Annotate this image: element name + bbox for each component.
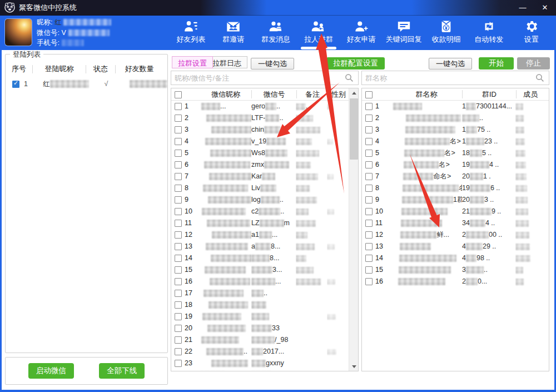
row-checkbox[interactable] [365, 150, 373, 157]
group-row[interactable]: 3175 .. [362, 124, 549, 136]
row-checkbox[interactable] [365, 161, 373, 168]
row-checkbox[interactable] [365, 266, 373, 274]
row-checkbox[interactable] [365, 243, 373, 250]
pull-group-config-button[interactable]: 拉群配置设置 [326, 57, 385, 70]
contact-row[interactable]: 148... [171, 252, 358, 264]
row-checkbox[interactable] [175, 255, 182, 262]
row-checkbox[interactable] [365, 103, 373, 110]
row-checkbox[interactable] [175, 103, 182, 110]
row-checkbox[interactable] [365, 185, 373, 192]
group-search-input[interactable] [362, 74, 535, 82]
group-row[interactable]: 2.. [362, 112, 549, 124]
scroll-up-arrow[interactable] [349, 88, 359, 97]
offline-all-button[interactable]: 全部下线 [99, 363, 145, 379]
row-checkbox[interactable] [175, 348, 182, 355]
contact-row[interactable]: 18 [171, 299, 358, 311]
group-row[interactable]: 14498 .. [362, 252, 549, 264]
vertical-scrollbar[interactable] [349, 88, 358, 371]
select-all-contacts-button[interactable]: 一键勾选 [251, 58, 294, 70]
group-row[interactable]: 4名>123 .. [362, 136, 549, 147]
row-checkbox[interactable] [175, 301, 182, 309]
contact-row[interactable]: 19 [171, 311, 358, 322]
row-checkbox[interactable] [365, 196, 373, 204]
contact-row[interactable]: 2LTF-.. [171, 112, 358, 124]
tool-pull-into-group[interactable]: 拉人进群 [297, 16, 340, 50]
contact-row[interactable]: 9log.. [171, 194, 358, 206]
tool-auto-forward[interactable]: 自动转发 [468, 16, 510, 50]
select-all-checkbox[interactable] [365, 91, 373, 98]
contact-row[interactable]: 153... [171, 264, 358, 276]
group-row[interactable]: 12鲜...200 .. [362, 229, 549, 241]
row-checkbox[interactable] [365, 231, 373, 239]
contact-row[interactable]: 13a8... [171, 241, 358, 252]
close-button[interactable]: ✕ [534, 0, 556, 15]
row-checkbox[interactable] [365, 173, 373, 180]
row-checkbox[interactable] [175, 138, 182, 145]
row-checkbox[interactable] [175, 313, 182, 320]
contact-row[interactable]: 16... [171, 276, 358, 287]
tool-group-invite[interactable]: 群邀请 [212, 16, 255, 50]
group-row[interactable]: 10219 .. [362, 206, 549, 217]
contact-row[interactable]: 23gxxny [171, 358, 358, 369]
row-checkbox[interactable] [365, 126, 373, 133]
login-row[interactable]: 1 红 √ [6, 78, 167, 90]
contact-row[interactable]: 11LZm [171, 217, 358, 229]
row-checkbox[interactable] [175, 220, 182, 227]
tool-keyword-reply[interactable]: 关键词回复 [383, 16, 425, 50]
select-all-checkbox[interactable] [175, 91, 182, 98]
contact-row[interactable]: 5Ws8 [171, 147, 358, 159]
contact-row[interactable]: 1...gero..... [171, 101, 358, 112]
group-row[interactable]: 153.. [362, 264, 549, 276]
row-checkbox[interactable] [175, 360, 182, 367]
row-checkbox[interactable] [175, 231, 182, 239]
row-checkbox[interactable] [12, 81, 19, 88]
row-checkbox[interactable] [175, 266, 182, 274]
contact-row[interactable] [171, 369, 358, 371]
group-row[interactable]: 11344 .. [362, 217, 549, 229]
row-checkbox[interactable] [175, 290, 182, 297]
start-wechat-button[interactable]: 启动微信 [28, 363, 74, 379]
row-checkbox[interactable] [175, 243, 182, 250]
tab-pull-group-settings[interactable]: 拉群设置 [172, 56, 213, 68]
contact-search-input[interactable] [171, 74, 345, 82]
row-checkbox[interactable] [175, 208, 182, 215]
contact-row[interactable]: 10c2.. [171, 206, 358, 217]
tool-group-broadcast[interactable]: 群发消息 [255, 16, 297, 50]
row-checkbox[interactable] [365, 208, 373, 215]
row-checkbox[interactable] [365, 220, 373, 227]
group-row[interactable]: 5名>185 .. [362, 147, 549, 159]
row-checkbox[interactable] [175, 161, 182, 168]
tool-friends-list[interactable]: 好友列表 [170, 16, 212, 50]
row-checkbox[interactable] [365, 255, 373, 262]
row-checkbox[interactable] [175, 126, 182, 133]
contact-row[interactable]: 7Kar [171, 171, 358, 182]
tool-friend-request[interactable]: 好友申请 [340, 16, 383, 50]
group-row[interactable]: 13429 .. [362, 241, 549, 252]
row-checkbox[interactable] [175, 185, 182, 192]
contact-row[interactable]: 17.. [171, 287, 358, 299]
row-checkbox[interactable] [175, 336, 182, 344]
tool-payment-details[interactable]: 收款明细 [425, 16, 468, 50]
minimize-button[interactable]: — [512, 0, 534, 15]
group-row[interactable]: 7命名>201 . [362, 171, 549, 182]
contact-row[interactable]: 2033 [171, 322, 358, 334]
group-row[interactable]: 1173001144... [362, 101, 549, 112]
row-checkbox[interactable] [175, 278, 182, 285]
select-all-groups-button[interactable]: 一键勾选 [429, 58, 472, 70]
row-checkbox[interactable] [365, 115, 373, 122]
row-checkbox[interactable] [175, 173, 182, 180]
row-checkbox[interactable] [175, 325, 182, 332]
start-button[interactable]: 开始 [479, 57, 514, 70]
contact-row[interactable]: 3i...chin [171, 124, 358, 136]
contact-row[interactable]: 22..2017... [171, 346, 358, 358]
group-row[interactable]: 6名>194 .. [362, 159, 549, 171]
row-checkbox[interactable] [175, 150, 182, 157]
contact-row[interactable]: 12a1... [171, 229, 358, 241]
row-checkbox[interactable] [365, 278, 373, 285]
group-row[interactable]: 1620... [362, 276, 549, 287]
contact-row[interactable]: 21/_98 [171, 334, 358, 346]
contact-row[interactable]: 6zmx [171, 159, 358, 171]
scroll-down-arrow[interactable] [349, 362, 359, 371]
tool-settings[interactable]: 设置 [510, 16, 553, 50]
group-row[interactable]: 91群203 .. [362, 194, 549, 206]
